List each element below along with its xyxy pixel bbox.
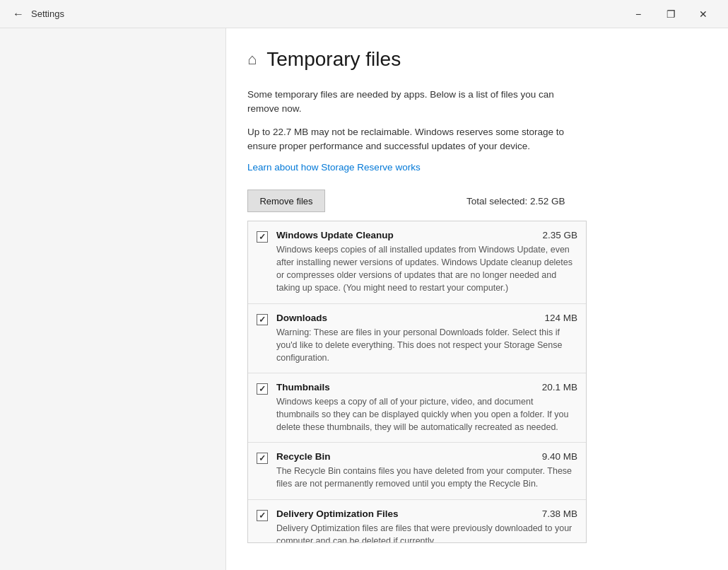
file-description: Warning: These are files in your persona… <box>276 326 577 364</box>
file-checkbox[interactable] <box>257 383 268 395</box>
checkbox-area <box>257 382 276 395</box>
file-header: Downloads 124 MB <box>276 313 577 323</box>
page-header: ⌂ Temporary files <box>247 42 707 71</box>
file-checkbox[interactable] <box>257 453 268 464</box>
file-info: Delivery Optimization Files 7.38 MB Deli… <box>276 508 577 542</box>
file-name: Thumbnails <box>276 382 330 392</box>
back-icon: ← <box>13 8 24 21</box>
file-item[interactable]: Delivery Optimization Files 7.38 MB Deli… <box>248 500 586 542</box>
file-checkbox[interactable] <box>257 314 268 325</box>
checkbox-area <box>257 313 276 325</box>
file-description: Delivery Optimization files are files th… <box>276 522 577 542</box>
description-2: Up to 22.7 MB may not be reclaimable. Wi… <box>247 125 587 154</box>
file-item[interactable]: Downloads 124 MB Warning: These are file… <box>248 304 586 373</box>
file-description: Windows keeps copies of all installed up… <box>276 243 577 295</box>
title-bar-title: Settings <box>31 8 622 19</box>
window-controls: − ❐ ✕ <box>622 0 720 28</box>
file-item[interactable]: Windows Update Cleanup 2.35 GB Windows k… <box>248 221 586 304</box>
file-description: Windows keeps a copy of all of your pict… <box>276 395 577 434</box>
file-size: 7.38 MB <box>542 508 577 519</box>
file-name: Downloads <box>276 313 327 323</box>
home-icon[interactable]: ⌂ <box>247 50 257 69</box>
total-selected-label: Total selected: 2.52 GB <box>466 196 565 207</box>
file-checkbox[interactable] <box>257 510 268 521</box>
file-name: Windows Update Cleanup <box>276 230 394 240</box>
file-size: 124 MB <box>544 313 577 323</box>
file-name: Delivery Optimization Files <box>276 508 399 519</box>
file-header: Windows Update Cleanup 2.35 GB <box>276 230 577 240</box>
file-item[interactable]: Recycle Bin 9.40 MB The Recycle Bin cont… <box>248 443 586 499</box>
file-info: Windows Update Cleanup 2.35 GB Windows k… <box>276 230 577 295</box>
minimize-button[interactable]: − <box>622 0 654 28</box>
title-bar: ← Settings − ❐ ✕ <box>0 0 728 28</box>
storage-reserve-link[interactable]: Learn about how Storage Reserve works <box>247 162 707 173</box>
action-row: Remove files Total selected: 2.52 GB <box>247 190 707 212</box>
main-content: ⌂ Temporary files Some temporary files a… <box>0 28 728 570</box>
left-panel <box>0 28 226 570</box>
file-description: The Recycle Bin contains files you have … <box>276 465 577 490</box>
file-info: Thumbnails 20.1 MB Windows keeps a copy … <box>276 382 577 434</box>
file-list: Windows Update Cleanup 2.35 GB Windows k… <box>247 221 587 543</box>
description-1: Some temporary files are needed by apps.… <box>247 88 587 117</box>
restore-button[interactable]: ❐ <box>654 0 687 28</box>
file-header: Thumbnails 20.1 MB <box>276 382 577 392</box>
checkbox-area <box>257 230 276 243</box>
file-checkbox[interactable] <box>257 231 268 243</box>
file-name: Recycle Bin <box>276 451 331 462</box>
content-area: ⌂ Temporary files Some temporary files a… <box>226 28 728 570</box>
checkbox-area <box>257 508 276 521</box>
checkbox-area <box>257 451 276 464</box>
file-info: Downloads 124 MB Warning: These are file… <box>276 313 577 364</box>
remove-files-button[interactable]: Remove files <box>247 190 325 212</box>
file-info: Recycle Bin 9.40 MB The Recycle Bin cont… <box>276 451 577 490</box>
back-button[interactable]: ← <box>8 4 28 24</box>
file-header: Recycle Bin 9.40 MB <box>276 451 577 462</box>
file-size: 9.40 MB <box>542 451 577 462</box>
close-button[interactable]: ✕ <box>687 0 720 28</box>
file-header: Delivery Optimization Files 7.38 MB <box>276 508 577 519</box>
file-item[interactable]: Thumbnails 20.1 MB Windows keeps a copy … <box>248 373 586 443</box>
page-title: Temporary files <box>266 48 401 71</box>
file-size: 20.1 MB <box>542 382 577 392</box>
file-size: 2.35 GB <box>542 230 577 240</box>
